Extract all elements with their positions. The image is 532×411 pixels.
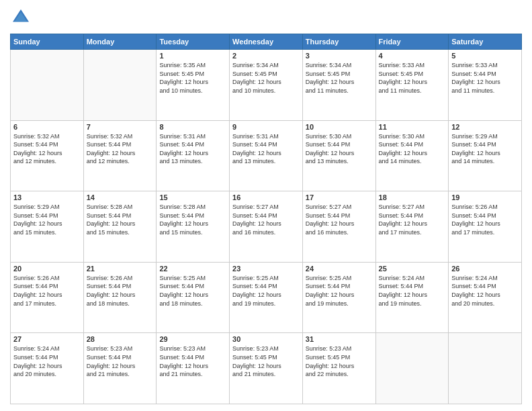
day-info: Sunrise: 5:23 AMSunset: 5:45 PMDaylight:…: [232, 345, 300, 378]
logo-icon: [10, 7, 32, 28]
day-number: 6: [13, 123, 81, 131]
week-row-1: 1Sunrise: 5:35 AMSunset: 5:45 PMDaylight…: [11, 50, 522, 121]
day-info: Sunrise: 5:34 AMSunset: 5:45 PMDaylight:…: [232, 61, 300, 95]
day-info: Sunrise: 5:28 AMSunset: 5:44 PMDaylight:…: [87, 203, 154, 236]
day-info: Sunrise: 5:33 AMSunset: 5:44 PMDaylight:…: [451, 61, 519, 95]
day-info: Sunrise: 5:27 AMSunset: 5:44 PMDaylight:…: [232, 203, 300, 236]
header: [10, 7, 522, 28]
day-info: Sunrise: 5:30 AMSunset: 5:44 PMDaylight:…: [306, 132, 373, 166]
day-info: Sunrise: 5:32 AMSunset: 5:44 PMDaylight:…: [13, 132, 81, 166]
day-info: Sunrise: 5:26 AMSunset: 5:44 PMDaylight:…: [451, 203, 519, 236]
day-info: Sunrise: 5:26 AMSunset: 5:44 PMDaylight:…: [13, 274, 81, 308]
day-number: 31: [306, 335, 373, 343]
day-cell: 28Sunrise: 5:23 AMSunset: 5:44 PMDayligh…: [83, 333, 157, 404]
day-number: 23: [232, 265, 300, 273]
week-row-4: 20Sunrise: 5:26 AMSunset: 5:44 PMDayligh…: [11, 262, 522, 333]
day-info: Sunrise: 5:23 AMSunset: 5:44 PMDaylight:…: [159, 345, 226, 378]
day-cell: [83, 50, 157, 121]
day-cell: 30Sunrise: 5:23 AMSunset: 5:45 PMDayligh…: [230, 333, 303, 404]
day-number: 22: [159, 265, 226, 273]
day-number: 30: [232, 335, 300, 343]
day-info: Sunrise: 5:29 AMSunset: 5:44 PMDaylight:…: [13, 203, 81, 236]
day-number: 16: [232, 193, 300, 201]
day-cell: 6Sunrise: 5:32 AMSunset: 5:44 PMDaylight…: [11, 120, 84, 191]
day-cell: 24Sunrise: 5:25 AMSunset: 5:44 PMDayligh…: [302, 262, 375, 333]
day-number: 18: [379, 193, 446, 201]
page: Sunday Monday Tuesday Wednesday Thursday…: [0, 0, 532, 411]
day-cell: [375, 333, 449, 404]
day-cell: 16Sunrise: 5:27 AMSunset: 5:44 PMDayligh…: [230, 191, 303, 263]
day-number: 2: [232, 52, 300, 60]
day-cell: 3Sunrise: 5:34 AMSunset: 5:45 PMDaylight…: [302, 50, 375, 121]
week-row-2: 6Sunrise: 5:32 AMSunset: 5:44 PMDaylight…: [11, 120, 522, 191]
day-cell: 27Sunrise: 5:24 AMSunset: 5:44 PMDayligh…: [11, 333, 84, 404]
day-info: Sunrise: 5:30 AMSunset: 5:44 PMDaylight:…: [379, 132, 446, 166]
day-cell: 1Sunrise: 5:35 AMSunset: 5:45 PMDaylight…: [157, 50, 230, 121]
day-number: 13: [13, 193, 81, 201]
day-number: 26: [451, 265, 519, 273]
day-cell: 29Sunrise: 5:23 AMSunset: 5:44 PMDayligh…: [157, 333, 230, 404]
col-wednesday: Wednesday: [230, 34, 303, 50]
day-cell: 10Sunrise: 5:30 AMSunset: 5:44 PMDayligh…: [302, 120, 375, 191]
day-cell: 20Sunrise: 5:26 AMSunset: 5:44 PMDayligh…: [11, 262, 84, 333]
day-cell: 14Sunrise: 5:28 AMSunset: 5:44 PMDayligh…: [83, 191, 157, 263]
day-number: 10: [306, 123, 373, 131]
day-number: 19: [451, 193, 519, 201]
col-sunday: Sunday: [11, 34, 84, 50]
day-cell: 18Sunrise: 5:27 AMSunset: 5:44 PMDayligh…: [375, 191, 449, 263]
day-cell: 19Sunrise: 5:26 AMSunset: 5:44 PMDayligh…: [449, 191, 522, 263]
day-cell: 25Sunrise: 5:24 AMSunset: 5:44 PMDayligh…: [375, 262, 449, 333]
day-cell: 5Sunrise: 5:33 AMSunset: 5:44 PMDaylight…: [449, 50, 522, 121]
col-thursday: Thursday: [302, 34, 375, 50]
day-cell: [449, 333, 522, 404]
day-number: 11: [379, 123, 446, 131]
day-number: 20: [13, 265, 81, 273]
day-cell: [11, 50, 84, 121]
day-info: Sunrise: 5:27 AMSunset: 5:44 PMDaylight:…: [306, 203, 373, 236]
day-info: Sunrise: 5:24 AMSunset: 5:44 PMDaylight:…: [13, 345, 81, 378]
day-number: 24: [306, 265, 373, 273]
day-info: Sunrise: 5:25 AMSunset: 5:44 PMDaylight:…: [306, 274, 373, 308]
day-cell: 13Sunrise: 5:29 AMSunset: 5:44 PMDayligh…: [11, 191, 84, 263]
calendar-table: Sunday Monday Tuesday Wednesday Thursday…: [10, 34, 522, 404]
day-cell: 7Sunrise: 5:32 AMSunset: 5:44 PMDaylight…: [83, 120, 157, 191]
day-info: Sunrise: 5:23 AMSunset: 5:44 PMDaylight:…: [87, 345, 154, 378]
day-info: Sunrise: 5:24 AMSunset: 5:44 PMDaylight:…: [451, 274, 519, 308]
logo: [10, 7, 34, 28]
day-cell: 23Sunrise: 5:25 AMSunset: 5:44 PMDayligh…: [230, 262, 303, 333]
day-info: Sunrise: 5:29 AMSunset: 5:44 PMDaylight:…: [451, 132, 519, 166]
day-cell: 31Sunrise: 5:23 AMSunset: 5:45 PMDayligh…: [302, 333, 375, 404]
col-friday: Friday: [375, 34, 449, 50]
day-number: 29: [159, 335, 226, 343]
day-cell: 17Sunrise: 5:27 AMSunset: 5:44 PMDayligh…: [302, 191, 375, 263]
week-row-5: 27Sunrise: 5:24 AMSunset: 5:44 PMDayligh…: [11, 333, 522, 404]
day-cell: 22Sunrise: 5:25 AMSunset: 5:44 PMDayligh…: [157, 262, 230, 333]
day-info: Sunrise: 5:28 AMSunset: 5:44 PMDaylight:…: [159, 203, 226, 236]
day-number: 27: [13, 335, 81, 343]
day-info: Sunrise: 5:32 AMSunset: 5:44 PMDaylight:…: [87, 132, 154, 166]
day-number: 21: [87, 265, 154, 273]
day-info: Sunrise: 5:23 AMSunset: 5:45 PMDaylight:…: [306, 345, 373, 378]
calendar-header-row: Sunday Monday Tuesday Wednesday Thursday…: [11, 34, 522, 50]
day-number: 25: [379, 265, 446, 273]
col-tuesday: Tuesday: [157, 34, 230, 50]
day-number: 1: [159, 52, 226, 60]
day-cell: 11Sunrise: 5:30 AMSunset: 5:44 PMDayligh…: [375, 120, 449, 191]
day-info: Sunrise: 5:27 AMSunset: 5:44 PMDaylight:…: [379, 203, 446, 236]
day-cell: 8Sunrise: 5:31 AMSunset: 5:44 PMDaylight…: [157, 120, 230, 191]
day-cell: 15Sunrise: 5:28 AMSunset: 5:44 PMDayligh…: [157, 191, 230, 263]
day-cell: 26Sunrise: 5:24 AMSunset: 5:44 PMDayligh…: [449, 262, 522, 333]
day-number: 14: [87, 193, 154, 201]
day-number: 7: [87, 123, 154, 131]
day-info: Sunrise: 5:31 AMSunset: 5:44 PMDaylight:…: [159, 132, 226, 166]
day-number: 9: [232, 123, 300, 131]
day-number: 3: [306, 52, 373, 60]
day-info: Sunrise: 5:35 AMSunset: 5:45 PMDaylight:…: [159, 61, 226, 95]
day-cell: 2Sunrise: 5:34 AMSunset: 5:45 PMDaylight…: [230, 50, 303, 121]
day-info: Sunrise: 5:31 AMSunset: 5:44 PMDaylight:…: [232, 132, 300, 166]
day-info: Sunrise: 5:26 AMSunset: 5:44 PMDaylight:…: [87, 274, 154, 308]
day-info: Sunrise: 5:33 AMSunset: 5:45 PMDaylight:…: [379, 61, 446, 95]
col-saturday: Saturday: [449, 34, 522, 50]
day-number: 12: [451, 123, 519, 131]
day-number: 28: [87, 335, 154, 343]
